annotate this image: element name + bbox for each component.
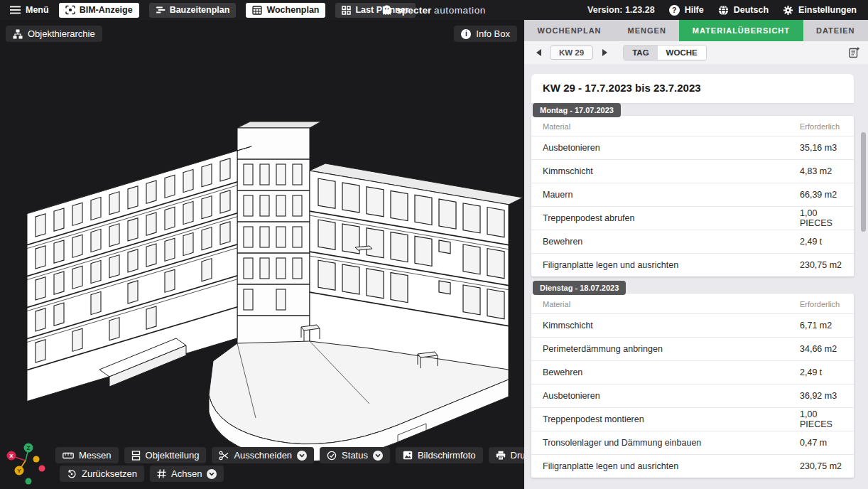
tool-label: Druckvorschau [511, 450, 524, 461]
reset-view-button[interactable]: Zurücksetzen [60, 466, 144, 482]
material-quantity: 34,66 m2 [800, 344, 837, 354]
material-quantity: 2,49 t [800, 237, 822, 247]
language-label: Deutsch [734, 5, 769, 15]
tool-label: Messen [79, 450, 112, 461]
day-section: Dienstag - 18.07.2023 Material Erforderl… [531, 276, 854, 478]
axis-y-label: Y [17, 468, 21, 474]
printer-icon [496, 451, 506, 461]
material-name: Perimeterdämmung anbringen [543, 344, 800, 354]
split-icon [131, 451, 141, 461]
material-row: Ausbetonieren36,92 m3 [531, 384, 854, 407]
material-quantity: 6,71 m2 [800, 321, 832, 331]
axes-dropdown-button[interactable] [207, 469, 217, 479]
chevron-down-icon [209, 472, 215, 476]
column-header-required: Erforderlich [800, 122, 840, 131]
week-heading-card: KW 29 - 17.7.2023 bis 23.7.2023 [531, 74, 854, 103]
material-row: Treppenpodest montieren1,00 PIECES [531, 407, 854, 431]
hierarchy-icon [13, 29, 23, 39]
screenshot-button[interactable]: Bildschirmfoto [396, 447, 483, 463]
day-badge: Montag - 17.07.2023 [533, 103, 621, 117]
object-hierarchy-label: Objekthierarchie [28, 28, 95, 39]
settings-button[interactable]: Einstellungen [783, 5, 857, 16]
week-select-button[interactable]: KW 29 [550, 45, 593, 60]
bim-view-icon [65, 5, 75, 15]
status-dropdown-button[interactable] [373, 451, 383, 461]
cut-dropdown-button[interactable] [297, 451, 307, 461]
material-row: Kimmschicht6,71 m2 [531, 313, 854, 337]
hamburger-icon [10, 6, 21, 14]
week-navigation-bar: KW 29 TAG WOCHE [524, 41, 868, 64]
help-button[interactable]: ? Hilfe [669, 5, 704, 16]
brand-suffix: automation [434, 5, 486, 16]
nav-label: Bauzeitenplan [170, 5, 230, 15]
material-quantity: 1,00 PIECES [800, 409, 842, 429]
day-badge: Dienstag - 18.07.2023 [533, 281, 626, 295]
nav-label: BIM-Anzeige [80, 5, 133, 15]
panel-tab-bar: WOCHENPLAN MENGEN MATERIALÜBERSICHT DATE… [524, 20, 868, 41]
panel-scrollbar[interactable] [861, 129, 866, 489]
nav-bim-anzeige[interactable]: BIM-Anzeige [59, 3, 139, 18]
tab-mengen[interactable]: MENGEN [614, 20, 679, 41]
next-week-button[interactable] [599, 47, 610, 58]
material-name: Ausbetonieren [543, 143, 800, 153]
material-name: Filigranplatte legen und ausrichten [543, 461, 800, 471]
previous-week-button[interactable] [533, 47, 544, 58]
material-row: Ausbetonieren35,16 m3 [531, 136, 854, 159]
weekplan-calendar-icon [252, 6, 262, 15]
scrollbar-thumb[interactable] [861, 132, 866, 232]
image-icon [403, 451, 413, 460]
cut-button[interactable]: Ausschneiden [212, 447, 314, 463]
nav-bauzeitenplan[interactable]: Bauzeitenplan [149, 3, 237, 18]
toggle-week-option[interactable]: WOCHE [658, 45, 706, 60]
axis-gizmo[interactable]: Z X Y [3, 439, 53, 489]
print-preview-button[interactable]: Druckvorschau [489, 447, 524, 463]
status-check-icon [327, 451, 337, 461]
material-quantity: 36,92 m3 [800, 391, 837, 401]
info-box-button[interactable]: i Info Box [454, 26, 517, 42]
nav-label: Wochenplan [266, 5, 319, 15]
tab-wochenplan[interactable]: WOCHENPLAN [524, 20, 614, 41]
bim-model-3d[interactable] [0, 20, 524, 489]
reset-icon [67, 469, 77, 479]
tool-label: Bildschirmfoto [418, 450, 476, 461]
material-name: Mauern [543, 190, 800, 200]
status-button[interactable]: Status [320, 447, 390, 463]
day-week-toggle: TAG WOCHE [623, 45, 707, 60]
toggle-day-option[interactable]: TAG [624, 45, 657, 60]
chevron-down-icon [375, 453, 381, 458]
tool-label: Status [342, 450, 368, 461]
material-row: Perimeterdämmung anbringen34,66 m2 [531, 337, 854, 360]
material-name: Tronsolenlager und Dämmung einbauen [543, 438, 800, 448]
viewport-3d[interactable]: Objekthierarchie i Info Box Z X Y Messen… [0, 20, 524, 489]
tab-dateien[interactable]: DATEIEN [803, 20, 868, 41]
language-button[interactable]: Deutsch [718, 5, 769, 16]
measure-button[interactable]: Messen [55, 447, 119, 463]
object-hierarchy-button[interactable]: Objekthierarchie [6, 26, 102, 42]
brand-name: specter [396, 5, 431, 16]
brand-logo: specter automation [382, 5, 486, 16]
info-icon: i [461, 29, 471, 39]
object-split-button[interactable]: Objektteilung [124, 447, 207, 463]
material-row: Kimmschicht4,83 m2 [531, 159, 854, 183]
material-row: Bewehren2,49 t [531, 360, 854, 384]
material-row: Mauern66,39 m2 [531, 183, 854, 206]
nav-wochenplan[interactable]: Wochenplan [246, 3, 325, 18]
column-header-material: Material [543, 122, 800, 131]
material-name: Treppenpodest montieren [543, 414, 800, 424]
material-quantity: 230,75 m2 [800, 260, 842, 270]
chevron-right-icon [602, 49, 607, 56]
version-label: Version: 1.23.28 [587, 5, 655, 15]
day-sections: Montag - 17.07.2023 Material Erforderlic… [531, 103, 854, 478]
scissors-icon [219, 451, 229, 461]
menu-button[interactable]: Menü [10, 5, 49, 15]
tab-materialuebersicht[interactable]: MATERIALÜBERSICHT [679, 20, 803, 41]
axes-button[interactable]: Achsen [150, 466, 224, 482]
material-row: Bewehren2,49 t [531, 230, 854, 253]
material-quantity: 0,47 m [800, 438, 827, 448]
note-add-icon[interactable] [848, 47, 859, 58]
column-header-material: Material [543, 300, 800, 308]
axis-x-label: X [9, 453, 13, 459]
material-name: Kimmschicht [543, 166, 800, 176]
help-label: Hilfe [685, 5, 704, 15]
material-quantity: 230,75 m2 [800, 461, 842, 471]
